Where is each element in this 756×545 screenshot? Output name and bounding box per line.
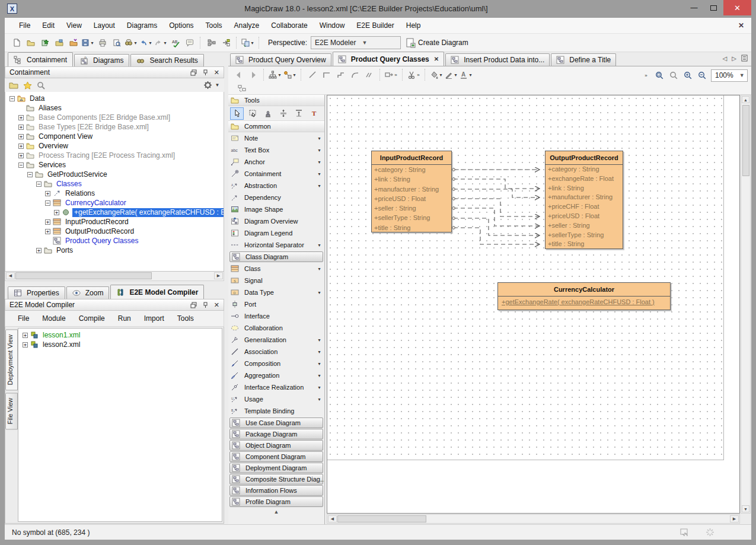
class-attribute[interactable]: +sellerType : String — [372, 213, 451, 222]
vertical-spread-tool-icon[interactable] — [276, 107, 290, 120]
scroll-left-icon[interactable]: ◀ — [328, 515, 337, 522]
scroll-thumb[interactable] — [742, 105, 749, 176]
palette-item-data-type[interactable]: DData Type▾ — [228, 286, 324, 298]
chevron-down-icon[interactable]: ▾ — [317, 361, 322, 366]
chevron-down-icon[interactable]: ▾ — [90, 40, 95, 46]
undo-icon[interactable]: ▾ — [139, 36, 153, 50]
class-attribute[interactable]: +priceUSD : Float — [546, 212, 623, 221]
chevron-down-icon[interactable]: ▾ — [317, 349, 322, 355]
rectilinear-path-icon[interactable] — [320, 68, 333, 82]
diagram-list-icon[interactable] — [741, 55, 748, 62]
class-attribute[interactable]: +category : String — [372, 165, 451, 174]
tab-properties[interactable]: Properties — [8, 286, 65, 299]
vertical-splitter[interactable] — [224, 52, 228, 524]
canvas-hscrollbar[interactable]: ◀ ▶ — [327, 514, 740, 524]
menu-e2e-builder[interactable]: E2E Builder — [350, 19, 400, 32]
tree-item-ports[interactable]: +Ports — [7, 246, 224, 255]
menu-edit[interactable]: Edit — [36, 19, 60, 32]
class-input-product-record[interactable]: InputProductRecord+category : String+lin… — [371, 151, 452, 232]
compiler-menu-compile[interactable]: Compile — [72, 312, 111, 325]
oblique-path-icon[interactable] — [306, 68, 319, 82]
palette-header-tools[interactable]: Tools — [228, 95, 324, 106]
zoom-out-icon[interactable] — [696, 68, 709, 82]
scroll-right-icon[interactable]: ▶ — [214, 272, 223, 279]
quick-layout-icon[interactable]: ▾ — [283, 68, 297, 82]
forward-icon[interactable] — [247, 68, 260, 82]
prev-diagram-icon[interactable]: ◁ — [723, 55, 728, 62]
tree-expander[interactable]: + — [23, 342, 28, 348]
tree-item-getproductservice[interactable]: −GetProductService — [7, 170, 224, 179]
font-color-icon[interactable]: A▾ — [460, 68, 473, 82]
tree-expander[interactable]: − — [9, 96, 15, 101]
zigzag-path-icon[interactable] — [363, 68, 376, 82]
menu-file[interactable]: File — [13, 19, 36, 32]
chevron-down-icon[interactable]: ▾ — [317, 136, 322, 141]
zoom-level-select[interactable]: 100% ▼ — [711, 69, 748, 82]
tree-item-classes[interactable]: −Classes — [7, 179, 224, 189]
menu-analyze[interactable]: Analyze — [228, 19, 266, 32]
palette-item-note[interactable]: Note▾ — [228, 132, 324, 144]
menu-diagrams[interactable]: Diagrams — [121, 19, 163, 32]
class-attribute[interactable]: +priceUSD : Float — [372, 194, 451, 203]
chevron-down-icon[interactable]: ▾ — [277, 72, 282, 78]
tree-item-services[interactable]: −Services — [7, 160, 224, 170]
compiler-menu-import[interactable]: Import — [138, 312, 171, 325]
zoom-in-icon[interactable] — [681, 68, 694, 82]
class-attribute[interactable]: +link : String — [372, 174, 451, 184]
palette-section-class-diagram[interactable]: Class Diagram — [229, 251, 323, 262]
tab-diagrams[interactable]: ⟳Diagrams — [74, 54, 129, 66]
palette-item-anchor[interactable]: Anchor▾ — [228, 156, 324, 168]
class-attribute[interactable]: +link : String — [546, 184, 623, 193]
menubar-close-icon[interactable]: ✕ — [738, 21, 744, 30]
gear-icon[interactable] — [203, 81, 212, 90]
tree-item-overview[interactable]: +Overview — [7, 141, 224, 151]
palette-section-common[interactable]: Common — [228, 121, 324, 132]
fit-in-window-icon[interactable] — [653, 68, 666, 82]
class-attribute[interactable]: +category : String — [546, 165, 623, 174]
chevron-down-icon[interactable]: ▾ — [317, 373, 322, 378]
scroll-left-icon[interactable]: ◀ — [6, 272, 15, 279]
spelling-icon[interactable]: AB — [169, 36, 182, 50]
tree-item-relations[interactable]: +Relations — [7, 189, 224, 198]
palette-item-usage[interactable]: UUsage▾ — [228, 393, 324, 405]
diagram-tab-insert-product-data-into-[interactable]: Insert Product Data into... — [445, 53, 550, 66]
save-icon[interactable]: ▾ — [81, 36, 95, 50]
comment-icon[interactable] — [183, 36, 196, 50]
close-panel-icon[interactable]: ✕ — [214, 69, 219, 77]
tree-item--getexchangerate-exchangeratechfusd-ba[interactable]: ++getExchangeRate( exchangeRateCHFUSD : … — [7, 208, 224, 217]
chevron-down-icon[interactable]: ▾ — [317, 243, 322, 248]
side-tab-file-view[interactable]: File View — [5, 393, 18, 429]
class-operation[interactable]: +getExchangeRate( exchangeRateCHFUSD : F… — [498, 297, 670, 307]
favorites-star-icon[interactable] — [23, 81, 32, 90]
tree-item-base-components-e2e-bridge-base-xml-[interactable]: +Base Components [E2E Bridge Base.xml] — [7, 113, 224, 122]
class-attribute[interactable]: +seller : String — [372, 203, 451, 213]
palette-item-text-box[interactable]: abcText Box▾ — [228, 144, 324, 156]
chevron-down-icon[interactable]: ▾ — [317, 337, 322, 343]
tree-expander[interactable]: − — [18, 162, 24, 168]
compiler-menu-module[interactable]: Module — [36, 312, 72, 325]
pin-icon[interactable] — [203, 302, 208, 308]
chevron-down-icon[interactable]: ▾ — [250, 40, 255, 46]
stamp-tool-icon[interactable] — [261, 107, 275, 120]
scroll-down-icon[interactable]: ▼ — [742, 505, 749, 512]
find-icon[interactable]: ▾ — [125, 36, 138, 50]
palette-section-object-diagram[interactable]: Object Diagram — [229, 440, 323, 451]
tree-item-component-view[interactable]: +Component View — [7, 132, 224, 141]
chevron-down-icon[interactable]: ▼ — [215, 82, 220, 88]
tree-item-product-query-classes[interactable]: Product Query Classes — [7, 236, 224, 246]
side-tab-deployment-view[interactable]: Deployment View — [5, 329, 18, 390]
palette-item-aggregation[interactable]: Aggregation▾ — [228, 369, 324, 381]
containment-lines-icon[interactable] — [238, 85, 247, 94]
tree-expander[interactable]: + — [18, 115, 24, 120]
open-quick-search-icon[interactable] — [9, 81, 18, 89]
autosize-icon[interactable]: » — [385, 68, 398, 82]
tree-item-base-types-e2e-bridge-base-xml-[interactable]: +Base Types [E2E Bridge Base.xml] — [7, 122, 224, 132]
menu-help[interactable]: Help — [400, 19, 427, 32]
tree-item-inputproductrecord[interactable]: +InputProductRecord — [7, 217, 224, 227]
search-icon[interactable] — [37, 81, 45, 90]
palette-item-template-binding[interactable]: BTemplate Binding — [228, 405, 324, 417]
chevron-down-icon[interactable]: ▾ — [317, 183, 322, 189]
chevron-down-icon[interactable]: ▾ — [317, 148, 322, 153]
class-attribute[interactable]: +manufacturer : String — [372, 184, 451, 194]
menu-options[interactable]: Options — [163, 19, 199, 32]
